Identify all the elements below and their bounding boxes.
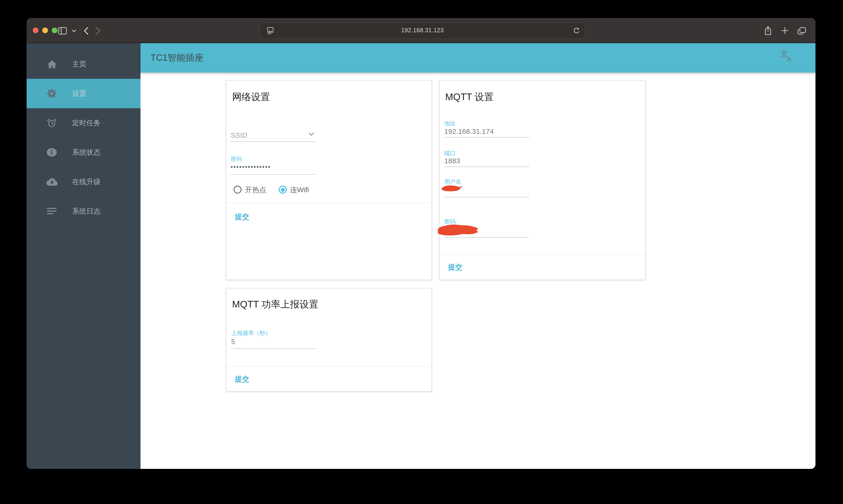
new-tab-icon[interactable] — [781, 18, 789, 43]
radio-hotspot[interactable] — [234, 185, 241, 194]
gear-icon — [46, 88, 58, 99]
mqtt-port-label: 端口 — [444, 149, 456, 158]
alarm-clock-icon — [46, 118, 58, 128]
radio-wifi[interactable] — [279, 185, 287, 194]
refresh-icon[interactable] — [572, 23, 580, 38]
power-report-card: MQTT 功率上报设置 上报频率（秒） 5 提交 — [226, 288, 432, 392]
mqtt-address-field[interactable]: 192.168.31.174 — [444, 127, 494, 135]
card-title: MQTT 功率上报设置 — [232, 298, 319, 311]
back-button[interactable] — [83, 18, 89, 43]
report-frequency-label: 上报频率（秒） — [231, 329, 271, 338]
field-underline — [444, 197, 529, 197]
sidebar-item-upgrade[interactable]: 在线升级 — [26, 167, 141, 197]
sidebar-item-schedule[interactable]: 定时任务 — [26, 108, 141, 138]
sidebar-item-label: 在线升级 — [72, 177, 101, 186]
sidebar-item-label: 设置 — [72, 89, 86, 98]
report-frequency-field[interactable]: 5 — [231, 338, 235, 345]
sidebar-item-label: 系统状态 — [72, 148, 101, 157]
card-divider — [227, 203, 431, 203]
page-format-icon[interactable] — [266, 23, 274, 38]
mqtt-port-field[interactable]: 1883 — [444, 157, 460, 165]
log-lines-icon — [46, 208, 58, 215]
field-underline — [444, 166, 529, 167]
sidebar-nav: 主页 — [26, 43, 141, 469]
card-divider — [440, 254, 645, 255]
ssid-select[interactable]: SSID — [230, 127, 315, 142]
mqtt-settings-card: MQTT 设置 地址 192.168.31.174 端口 1883 用户名 密码 — [439, 80, 646, 280]
mqtt-address-label: 地址 — [444, 120, 456, 128]
redaction-scribble — [440, 184, 466, 193]
chevron-down-icon[interactable] — [71, 18, 77, 43]
sidebar-item-status[interactable]: 系统状态 — [26, 138, 141, 167]
field-underline — [231, 348, 316, 349]
forward-button[interactable] — [95, 18, 101, 43]
share-icon[interactable] — [764, 18, 772, 43]
network-submit-button[interactable]: 提交 — [235, 212, 249, 222]
ssid-placeholder: SSID — [231, 131, 247, 139]
tab-overview-icon[interactable] — [797, 18, 806, 43]
dropdown-chevron-icon — [308, 129, 314, 138]
mqtt-submit-button[interactable]: 提交 — [448, 262, 462, 272]
desktop: 192.168.31.123 — [0, 0, 843, 504]
power-report-submit-button[interactable]: 提交 — [235, 374, 249, 384]
radio-hotspot-label[interactable]: 开热点 — [245, 185, 266, 195]
info-icon — [46, 148, 58, 157]
sidebar-item-label: 系统日志 — [72, 207, 101, 216]
browser-toolbar: 192.168.31.123 — [26, 18, 815, 43]
sidebar-toggle-icon[interactable] — [57, 18, 67, 43]
toolbar-separator — [80, 26, 80, 35]
sidebar-item-logs[interactable]: 系统日志 — [26, 197, 141, 226]
page: TC1智能插座 文 A 网络设置 SSID — [141, 43, 815, 469]
minimize-window-button[interactable] — [42, 28, 48, 33]
field-underline — [230, 174, 315, 175]
network-settings-card: 网络设置 SSID 密码 •••••••••••••• — [226, 80, 432, 280]
page-title: TC1智能插座 — [150, 43, 204, 73]
page-header: TC1智能插座 文 A — [141, 43, 815, 73]
card-title: 网络设置 — [232, 91, 270, 104]
field-underline — [444, 237, 529, 238]
sidebar-item-home[interactable]: 主页 — [26, 49, 141, 79]
card-title: MQTT 设置 — [445, 91, 494, 104]
cloud-download-icon — [46, 178, 58, 186]
translate-icon[interactable]: 文 A — [781, 49, 794, 66]
sidebar-item-label: 定时任务 — [72, 119, 101, 127]
card-divider — [227, 366, 431, 366]
address-bar[interactable]: 192.168.31.123 — [259, 22, 586, 39]
field-underline — [444, 137, 529, 138]
radio-wifi-label[interactable]: 连Wifi — [290, 185, 309, 195]
app-body: 主页 — [26, 43, 815, 469]
browser-window: 192.168.31.123 — [26, 18, 815, 469]
close-window-button[interactable] — [33, 28, 38, 33]
home-icon — [46, 59, 58, 69]
url-text[interactable]: 192.168.31.123 — [259, 23, 585, 38]
wifi-password-label: 密码 — [231, 155, 242, 163]
fullscreen-window-button[interactable] — [52, 28, 57, 33]
wifi-password-field[interactable]: •••••••••••••• — [231, 163, 271, 170]
content-area: 网络设置 SSID 密码 •••••••••••••• — [141, 73, 815, 469]
sidebar-item-label: 主页 — [72, 59, 86, 69]
redaction-scribble — [436, 223, 480, 237]
sidebar-item-settings[interactable]: 设置 — [26, 79, 141, 108]
